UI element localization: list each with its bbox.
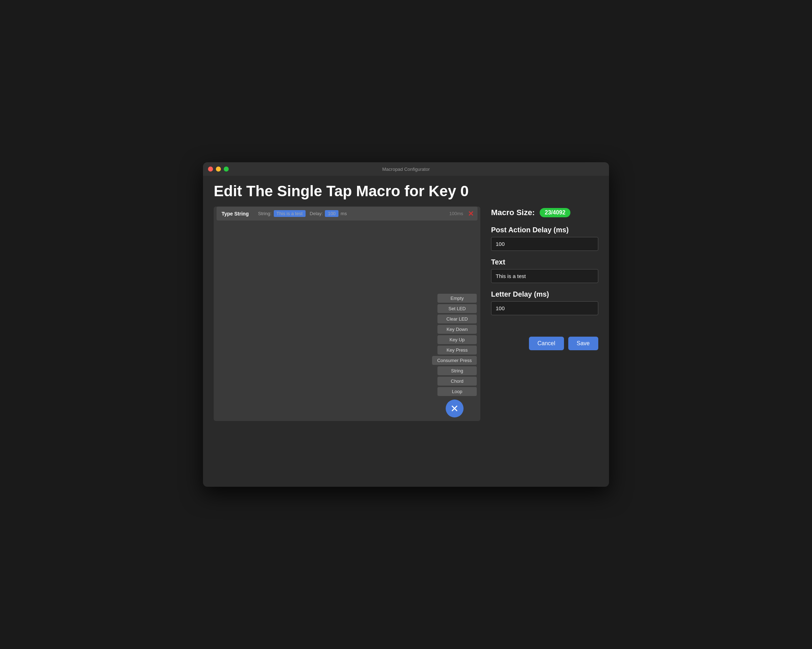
letter-delay-input[interactable] [491,301,598,315]
macro-delete-icon[interactable]: ✕ [468,210,474,217]
string-button[interactable]: String [438,366,477,375]
save-button[interactable]: Save [568,337,598,350]
macro-timestamp: 100ms [449,211,463,216]
letter-delay-section: Letter Delay (ms) [491,290,598,315]
traffic-lights [208,166,229,171]
delay-value[interactable]: 100 [325,210,339,217]
window-title: Macropad Configurator [382,166,430,172]
key-up-button[interactable]: Key Up [438,335,477,344]
page-title: Edit The Single Tap Macro for Key 0 [214,183,480,199]
macro-size-row: Macro Size: 23/4092 [491,208,598,217]
letter-delay-label: Letter Delay (ms) [491,290,598,298]
minimize-button[interactable] [216,166,221,171]
macro-delay-field: Delay: 100 ms [310,210,347,217]
string-label: String: [258,211,272,216]
cancel-button[interactable]: Cancel [529,337,564,350]
titlebar: Macropad Configurator [203,162,609,176]
post-action-input[interactable] [491,237,598,251]
left-panel: Edit The Single Tap Macro for Key 0 Type… [214,183,480,421]
loop-button[interactable]: Loop [438,387,477,396]
right-panel: Macro Size: 23/4092 Post Action Delay (m… [491,183,598,421]
string-value[interactable]: This is a test [274,210,305,217]
macro-area: Type String String: This is a test Delay… [214,206,480,421]
main-window: Macropad Configurator Edit The Single Ta… [203,162,609,487]
set-led-button[interactable]: Set LED [438,304,477,313]
key-down-button[interactable]: Key Down [438,325,477,334]
action-buttons-panel: Empty Set LED Clear LED Key Down Key Up … [432,294,477,417]
clear-led-button[interactable]: Clear LED [438,315,477,324]
text-input[interactable] [491,269,598,283]
chord-button[interactable]: Chord [438,377,477,386]
macro-list: Type String String: This is a test Delay… [214,206,480,421]
close-circle-button[interactable]: ✕ [446,400,464,417]
maximize-button[interactable] [224,166,229,171]
consumer-press-button[interactable]: Consumer Press [432,356,477,365]
delay-unit: ms [340,211,346,216]
empty-button[interactable]: Empty [438,294,477,303]
macro-size-badge: 23/4092 [540,208,571,217]
bottom-buttons: Cancel Save [491,330,598,350]
delay-label: Delay: [310,211,323,216]
key-press-button[interactable]: Key Press [438,345,477,354]
window-content: Edit The Single Tap Macro for Key 0 Type… [203,176,609,432]
macro-size-label: Macro Size: [491,208,535,217]
macro-string-field: String: This is a test [258,210,305,217]
text-label: Text [491,258,598,266]
post-action-label: Post Action Delay (ms) [491,226,598,234]
text-section: Text [491,258,598,283]
macro-type-label: Type String [221,211,254,217]
post-action-section: Post Action Delay (ms) [491,226,598,251]
macro-item: Type String String: This is a test Delay… [217,206,478,220]
close-button[interactable] [208,166,213,171]
